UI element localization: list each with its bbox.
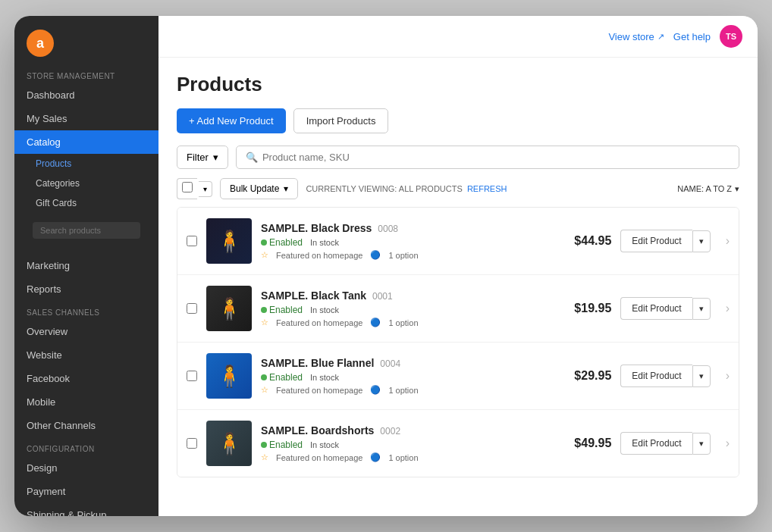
sidebar-sub-label: Gift Cards (36, 198, 77, 208)
row-checkbox[interactable] (187, 303, 197, 314)
filter-button[interactable]: Filter ▾ (177, 146, 228, 169)
import-products-button[interactable]: Import Products (293, 108, 389, 133)
toolbar: + Add New Product Import Products (177, 108, 739, 133)
product-meta: ☆ Featured on homepage 🔵 1 option (261, 385, 549, 395)
config-label: Configuration (14, 437, 158, 456)
sidebar-item-payment[interactable]: Payment (14, 480, 158, 503)
product-options: 1 option (388, 318, 418, 327)
user-avatar[interactable]: TS (720, 25, 742, 48)
product-name: SAMPLE. Blue Flannel (261, 357, 374, 369)
product-sku: 0004 (380, 358, 400, 369)
sidebar-item-products[interactable]: Products (14, 154, 158, 174)
sidebar-item-design[interactable]: Design (14, 456, 158, 480)
sidebar-item-label: Facebook (27, 373, 70, 384)
sidebar-item-gift-cards[interactable]: Gift Cards (14, 193, 158, 213)
bulk-bar: ▾ Bulk Update ▾ CURRENTLY VIEWING: ALL P… (177, 178, 739, 199)
table-row[interactable]: 🧍 SAMPLE. Black Tank 0001 Enabled (177, 275, 739, 343)
row-checkbox[interactable] (187, 371, 197, 381)
sidebar-item-marketing[interactable]: Marketing (14, 254, 158, 277)
search-input[interactable] (262, 152, 730, 163)
search-products-input[interactable] (33, 222, 140, 239)
sort-label: NAME: A TO Z (677, 184, 732, 193)
checkbox-chevron-button[interactable]: ▾ (199, 181, 212, 197)
edit-product-button[interactable]: Edit Product (620, 365, 692, 387)
product-featured: Featured on homepage (276, 251, 362, 260)
option-icon: 🔵 (370, 250, 381, 260)
star-icon: ☆ (261, 318, 268, 327)
product-tags: Enabled In stock (261, 440, 549, 450)
product-image: 🧍 (206, 286, 252, 331)
product-name: SAMPLE. Boardshorts (261, 424, 374, 437)
add-product-button[interactable]: + Add New Product (177, 108, 286, 133)
get-help-link[interactable]: Get help (673, 31, 711, 42)
sidebar-item-website[interactable]: Website (14, 343, 158, 367)
sidebar-item-shipping[interactable]: Shipping & Pickup (14, 503, 158, 516)
channels-label: Sales channels (14, 301, 158, 320)
edit-product-caret[interactable]: ▾ (692, 230, 711, 252)
option-icon: 🔵 (370, 385, 381, 395)
sort-button[interactable]: NAME: A TO Z ▾ (677, 184, 739, 194)
product-name: SAMPLE. Black Dress (261, 222, 372, 234)
sidebar-item-facebook[interactable]: Facebook (14, 367, 158, 390)
product-stock: In stock (310, 305, 339, 315)
sidebar-item-reports[interactable]: Reports (14, 277, 158, 301)
sidebar-item-label: Overview (27, 326, 67, 337)
status-dot (261, 374, 267, 380)
table-row[interactable]: 🧍 SAMPLE. Black Dress 0008 Enabled (177, 208, 739, 275)
product-price: $44.95 (558, 234, 611, 248)
sidebar-item-dashboard[interactable]: Dashboard (14, 83, 158, 107)
product-name: SAMPLE. Black Tank (261, 289, 366, 302)
product-sku: 0008 (378, 224, 398, 234)
sidebar-item-other-channels[interactable]: Other Channels (14, 414, 158, 437)
product-stock: In stock (310, 238, 339, 247)
row-chevron-icon: › (726, 234, 730, 248)
product-tags: Enabled In stock (261, 237, 549, 248)
sidebar-item-my-sales[interactable]: My Sales (14, 107, 158, 130)
select-all-checkbox[interactable] (182, 182, 193, 192)
table-row[interactable]: 🧍 SAMPLE. Boardshorts 0002 Enabled (177, 410, 739, 477)
view-store-label: View store (608, 31, 654, 42)
row-chevron-icon: › (726, 437, 730, 450)
status-dot (261, 307, 267, 313)
product-actions: Edit Product ▾ (620, 365, 710, 387)
row-chevron-icon: › (726, 302, 730, 315)
sidebar-item-label: Reports (27, 283, 61, 295)
table-row[interactable]: 🧍 SAMPLE. Blue Flannel 0004 Enabled (177, 343, 739, 410)
product-stock: In stock (310, 440, 339, 449)
sidebar-item-overview[interactable]: Overview (14, 320, 158, 343)
edit-product-caret[interactable]: ▾ (692, 298, 711, 320)
viewing-text: CURRENTLY VIEWING: ALL PRODUCTS REFRESH (306, 184, 507, 193)
bulk-update-button[interactable]: Bulk Update ▾ (220, 178, 298, 199)
edit-product-button[interactable]: Edit Product (620, 432, 692, 455)
sidebar-item-catalog[interactable]: Catalog (14, 130, 158, 154)
select-all-checkbox-wrapper: ▾ (177, 178, 212, 199)
product-price: $49.95 (558, 437, 611, 450)
row-checkbox[interactable] (187, 438, 197, 449)
refresh-link[interactable]: REFRESH (467, 184, 507, 193)
star-icon: ☆ (261, 452, 268, 462)
product-featured: Featured on homepage (276, 453, 362, 462)
product-status: Enabled (261, 440, 303, 450)
edit-product-button[interactable]: Edit Product (620, 230, 692, 252)
status-dot (261, 239, 267, 246)
sidebar-item-mobile[interactable]: Mobile (14, 390, 158, 414)
view-store-link[interactable]: View store ↗ (608, 31, 664, 42)
store-management-label: Store management (14, 64, 158, 83)
sidebar-logo: a (14, 16, 158, 64)
product-name-row: SAMPLE. Black Tank 0001 (261, 289, 549, 302)
bulk-left: ▾ Bulk Update ▾ CURRENTLY VIEWING: ALL P… (177, 178, 507, 199)
star-icon: ☆ (261, 250, 268, 260)
product-stock: In stock (310, 373, 339, 382)
sidebar-item-label: Marketing (27, 260, 70, 271)
edit-product-button[interactable]: Edit Product (620, 297, 692, 320)
edit-product-caret[interactable]: ▾ (692, 433, 711, 455)
product-status: Enabled (261, 372, 303, 383)
sidebar-item-categories[interactable]: Categories (14, 174, 158, 193)
edit-product-caret[interactable]: ▾ (692, 365, 711, 387)
option-icon: 🔵 (370, 452, 381, 462)
row-checkbox[interactable] (187, 236, 197, 246)
product-actions: Edit Product ▾ (620, 432, 710, 455)
bulk-update-chevron: ▾ (284, 183, 288, 194)
product-options: 1 option (388, 251, 418, 260)
product-image-placeholder: 🧍 (216, 364, 243, 389)
